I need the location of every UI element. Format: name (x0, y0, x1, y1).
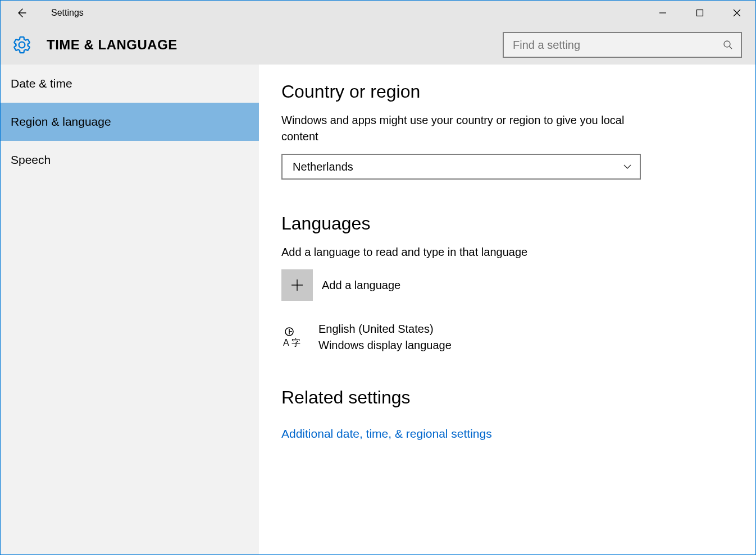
section-title-region: Country or region (281, 81, 733, 102)
section-desc-languages: Add a language to read and type in that … (281, 244, 641, 260)
minimize-button[interactable] (644, 2, 681, 24)
sidebar-item-label: Speech (11, 153, 51, 167)
close-button[interactable] (718, 2, 755, 24)
add-language-label: Add a language (322, 279, 400, 292)
window-controls (644, 2, 755, 24)
link-additional-settings[interactable]: Additional date, time, & regional settin… (281, 427, 733, 441)
svg-rect-1 (697, 10, 703, 16)
sidebar-item-speech[interactable]: Speech (1, 141, 259, 179)
page-title: TIME & LANGUAGE (47, 37, 177, 53)
language-name: English (United States) (318, 321, 452, 337)
language-text: English (United States) Windows display … (318, 321, 452, 354)
section-title-languages: Languages (281, 213, 733, 234)
header: TIME & LANGUAGE (1, 25, 755, 65)
content: Country or region Windows and apps might… (259, 65, 755, 554)
svg-text:字: 字 (292, 338, 300, 347)
language-subtitle: Windows display language (318, 337, 452, 354)
language-icon: A 字 (281, 325, 306, 350)
sidebar-item-region-language[interactable]: Region & language (1, 103, 259, 141)
language-item[interactable]: A 字 English (United States) Windows disp… (281, 321, 733, 354)
search-input[interactable] (513, 39, 722, 52)
svg-text:A: A (283, 338, 289, 347)
search-box[interactable] (503, 32, 742, 58)
search-icon (722, 40, 734, 50)
chevron-down-icon (623, 162, 632, 171)
body: Date & time Region & language Speech Cou… (1, 65, 755, 554)
maximize-icon (696, 9, 704, 17)
sidebar: Date & time Region & language Speech (1, 65, 259, 554)
section-title-related: Related settings (281, 387, 733, 408)
window-title: Settings (51, 8, 84, 18)
minimize-icon (659, 9, 667, 17)
country-dropdown-value: Netherlands (293, 160, 353, 173)
country-dropdown[interactable]: Netherlands (281, 154, 641, 180)
arrow-left-icon (16, 7, 27, 19)
gear-icon (12, 35, 32, 55)
maximize-button[interactable] (681, 2, 718, 24)
sidebar-item-date-time[interactable]: Date & time (1, 65, 259, 103)
svg-point-4 (724, 41, 730, 47)
plus-icon (281, 269, 313, 301)
add-language-button[interactable]: Add a language (281, 269, 733, 301)
settings-window: Settings (0, 0, 756, 555)
titlebar: Settings (1, 1, 755, 25)
sidebar-item-label: Region & language (11, 115, 111, 129)
back-button[interactable] (11, 1, 32, 25)
section-desc-region: Windows and apps might use your country … (281, 112, 641, 145)
sidebar-item-label: Date & time (11, 77, 72, 90)
svg-line-5 (730, 47, 732, 49)
close-icon (733, 9, 741, 17)
